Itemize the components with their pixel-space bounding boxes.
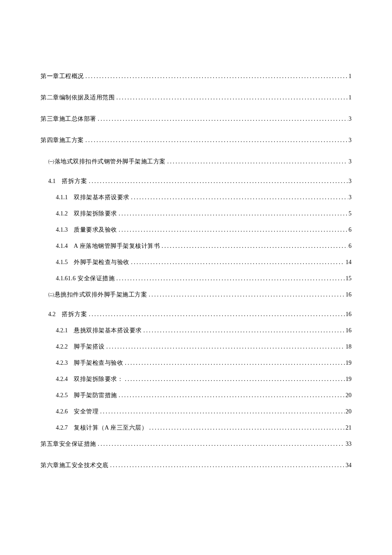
toc-number: 4.1 (48, 178, 56, 185)
toc-title: 外脚手架检查与验收 (74, 259, 130, 266)
toc-page-number: 6 (348, 227, 352, 233)
toc-entry[interactable]: 4.1搭拆方案3 (40, 177, 352, 185)
toc-number: 4.1.3 (56, 227, 68, 233)
toc-page-number: 3 (348, 137, 352, 144)
toc-number: 4.1.5 (56, 259, 68, 266)
toc-page-number: 3 (348, 116, 352, 122)
toc-title: 双排架基本搭设要求 (74, 194, 130, 201)
toc-title: 脚手架防雷措施 (74, 392, 117, 399)
toc-entry[interactable]: 4.2搭拆方案16 (40, 311, 352, 318)
toc-entry[interactable]: 4.2.3脚手架检查与验收19 (40, 359, 352, 367)
toc-leader-dots (105, 343, 345, 350)
toc-title: 第六章施工安全技术交底 (40, 462, 109, 469)
toc-page-number: 6 (348, 243, 352, 250)
toc-number: 4.2.7 (56, 424, 68, 431)
toc-entry[interactable]: 4.2.1悬挑双排架基本搭设要求16 (40, 327, 352, 334)
toc-leader-dots (147, 424, 345, 431)
toc-page-number: 1 (348, 73, 352, 80)
toc-title: 第二章编制依据及适用范围 (40, 94, 115, 102)
toc-leader-dots (96, 441, 345, 447)
toc-leader-dots (115, 275, 345, 282)
toc-leader-dots (115, 94, 348, 101)
toc-entry[interactable]: 4.1.3质量要求及验收6 (40, 226, 352, 234)
toc-page-number: 33 (345, 441, 352, 447)
toc-leader-dots (130, 194, 348, 201)
toc-page-number: 16 (345, 327, 352, 334)
toc-title: ㈠落地式双排扣件式钢管外脚手架施工方案 (48, 158, 166, 166)
toc-entry[interactable]: 第六章施工安全技术交底34 (40, 462, 352, 469)
toc-title: 第一章工程概况 (40, 73, 84, 80)
toc-leader-dots (160, 243, 348, 250)
toc-page-number: 3 (348, 178, 352, 185)
toc-number: 4.2 (48, 311, 56, 318)
toc-page-number: 19 (345, 360, 352, 366)
toc-title: 安全管理 (74, 408, 98, 416)
toc-entry[interactable]: 4.1.61.6 安全保证措施15 (40, 275, 352, 282)
toc-page-number: 16 (345, 311, 352, 318)
toc-page-number: 19 (345, 376, 352, 383)
toc-leader-dots (87, 311, 345, 318)
toc-number: 4.2.5 (56, 392, 68, 399)
toc-entry[interactable]: 4.1.5外脚手架检查与验收14 (40, 259, 352, 266)
toc-number: 4.2.2 (56, 343, 68, 350)
toc-number: 4.1.1 (56, 194, 68, 201)
toc-leader-dots (147, 291, 345, 298)
toc-page-number: 15 (345, 275, 352, 282)
toc-number: 4.1.4 (56, 243, 68, 250)
toc-entry[interactable]: 4.1.2双排架拆除要求5 (40, 210, 352, 218)
toc-title: 复核计算（A 座三至六层） (74, 424, 147, 432)
toc-page-number: 1 (348, 94, 352, 101)
toc-title: ㈡悬挑扣件式双排外脚手架施工方案 (48, 291, 147, 299)
toc-entry[interactable]: 4.2.4双排架拆除要求：19 (40, 375, 352, 383)
toc-leader-dots (117, 210, 348, 217)
toc-number: 4.2.4 (56, 376, 68, 383)
toc-title: 搭拆方案 (62, 177, 87, 185)
toc-title: 悬挑双排架基本搭设要求 (74, 327, 142, 334)
toc-entry[interactable]: ㈡悬挑扣件式双排外脚手架施工方案16 (40, 291, 352, 299)
toc-title: 1.6 安全保证措施 (68, 275, 115, 282)
toc-leader-dots (123, 360, 345, 366)
toc-entry[interactable]: 第一章工程概况1 (40, 73, 352, 80)
toc-leader-dots (166, 158, 348, 165)
toc-title: 搭拆方案 (62, 311, 87, 318)
toc-entry[interactable]: 4.2.7复核计算（A 座三至六层）21 (40, 424, 352, 432)
toc-page-number: 3 (348, 194, 352, 201)
toc-page-number: 18 (345, 343, 352, 350)
toc-title: 脚手架搭设 (74, 343, 105, 351)
toc-entry[interactable]: 第五章安全保证措施33 (40, 440, 352, 448)
toc-page-number: 20 (345, 392, 352, 399)
toc-leader-dots (123, 376, 345, 383)
toc-page-number: 34 (345, 462, 352, 469)
toc-leader-dots (109, 462, 345, 469)
toc-leader-dots (96, 116, 348, 122)
toc-title: 双排架拆除要求： (74, 375, 123, 383)
toc-number: 4.1.2 (56, 210, 68, 217)
toc-page-number: 14 (345, 259, 352, 266)
toc-leader-dots (130, 259, 345, 266)
toc-title: 质量要求及验收 (74, 226, 117, 234)
toc-title: 双排架拆除要求 (74, 210, 117, 218)
table-of-contents: 第一章工程概况1第二章编制依据及适用范围1第三章施工总体部署3第四章施工方案3㈠… (40, 73, 352, 469)
toc-entry[interactable]: 4.2.6安全管理20 (40, 408, 352, 416)
toc-leader-dots (117, 392, 345, 399)
toc-page-number: 3 (348, 158, 352, 165)
toc-leader-dots (117, 227, 348, 233)
toc-entry[interactable]: 4.1.4A 座落地钢管脚手架复核计算书6 (40, 242, 352, 250)
toc-entry[interactable]: 4.1.1双排架基本搭设要求3 (40, 194, 352, 201)
toc-leader-dots (142, 327, 345, 334)
toc-number: 4.2.1 (56, 327, 68, 334)
toc-entry[interactable]: 第二章编制依据及适用范围1 (40, 94, 352, 102)
toc-entry[interactable]: 4.2.5脚手架防雷措施20 (40, 392, 352, 399)
toc-entry[interactable]: 第四章施工方案3 (40, 137, 352, 144)
toc-leader-dots (84, 73, 348, 80)
toc-page-number: 20 (345, 408, 352, 415)
toc-page-number: 16 (345, 291, 352, 298)
toc-entry[interactable]: ㈠落地式双排扣件式钢管外脚手架施工方案3 (40, 158, 352, 166)
toc-leader-dots (98, 408, 345, 415)
toc-entry[interactable]: 4.2.2脚手架搭设18 (40, 343, 352, 351)
toc-entry[interactable]: 第三章施工总体部署3 (40, 115, 352, 123)
toc-number: 4.1.6 (56, 275, 68, 282)
toc-title: A 座落地钢管脚手架复核计算书 (74, 242, 160, 250)
toc-page-number: 21 (345, 424, 352, 431)
toc-leader-dots (87, 178, 348, 185)
